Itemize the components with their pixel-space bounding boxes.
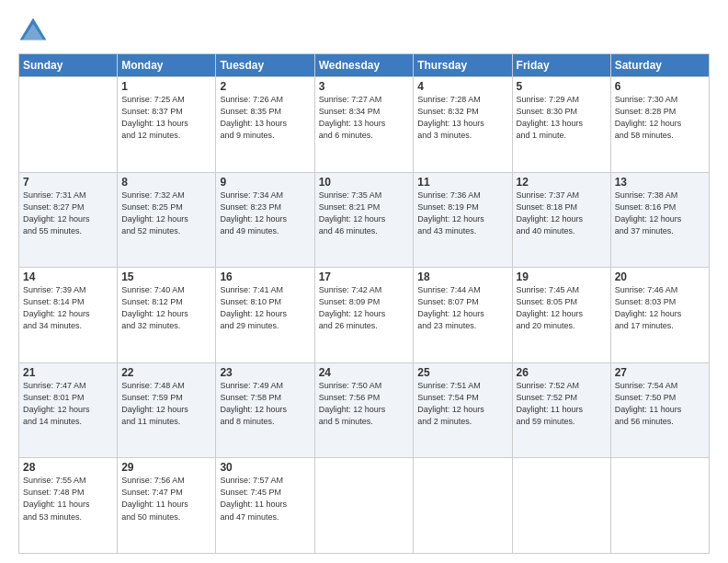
calendar-cell — [314, 458, 414, 554]
calendar-cell: 10Sunrise: 7:35 AM Sunset: 8:21 PM Dayli… — [314, 172, 414, 268]
day-number: 9 — [220, 176, 310, 189]
day-number: 14 — [23, 270, 113, 283]
calendar-cell: 17Sunrise: 7:42 AM Sunset: 8:09 PM Dayli… — [314, 268, 414, 363]
day-number: 22 — [121, 366, 211, 379]
calendar-cell: 16Sunrise: 7:41 AM Sunset: 8:10 PM Dayli… — [216, 268, 314, 363]
day-info: Sunrise: 7:55 AM Sunset: 7:48 PM Dayligh… — [23, 475, 113, 523]
calendar-cell: 15Sunrise: 7:40 AM Sunset: 8:12 PM Dayli… — [118, 268, 216, 363]
day-info: Sunrise: 7:30 AM Sunset: 8:28 PM Dayligh… — [615, 94, 705, 142]
day-info: Sunrise: 7:32 AM Sunset: 8:25 PM Dayligh… — [121, 190, 211, 237]
day-number: 23 — [220, 366, 310, 379]
calendar-week-row: 7Sunrise: 7:31 AM Sunset: 8:27 PM Daylig… — [19, 172, 710, 268]
day-header-saturday: Saturday — [610, 54, 709, 77]
calendar-cell: 8Sunrise: 7:32 AM Sunset: 8:25 PM Daylig… — [118, 172, 216, 268]
calendar-cell: 4Sunrise: 7:28 AM Sunset: 8:32 PM Daylig… — [414, 77, 512, 173]
day-info: Sunrise: 7:40 AM Sunset: 8:12 PM Dayligh… — [121, 284, 211, 332]
logo — [18, 17, 50, 46]
day-number: 13 — [615, 176, 705, 189]
calendar-header-row: SundayMondayTuesdayWednesdayThursdayFrid… — [19, 54, 710, 77]
day-number: 1 — [121, 80, 211, 93]
calendar-cell — [512, 458, 610, 554]
logo-icon — [18, 17, 48, 46]
day-info: Sunrise: 7:28 AM Sunset: 8:32 PM Dayligh… — [417, 94, 507, 142]
calendar-cell: 1Sunrise: 7:25 AM Sunset: 8:37 PM Daylig… — [118, 77, 216, 173]
day-info: Sunrise: 7:31 AM Sunset: 8:27 PM Dayligh… — [23, 190, 113, 237]
calendar-cell: 13Sunrise: 7:38 AM Sunset: 8:16 PM Dayli… — [610, 172, 709, 268]
calendar-cell: 30Sunrise: 7:57 AM Sunset: 7:45 PM Dayli… — [216, 458, 314, 554]
day-info: Sunrise: 7:48 AM Sunset: 7:59 PM Dayligh… — [121, 380, 211, 428]
day-number: 26 — [517, 366, 607, 379]
calendar-cell: 2Sunrise: 7:26 AM Sunset: 8:35 PM Daylig… — [216, 77, 314, 173]
calendar-cell: 29Sunrise: 7:56 AM Sunset: 7:47 PM Dayli… — [118, 458, 216, 554]
day-header-friday: Friday — [512, 54, 610, 77]
calendar-cell: 26Sunrise: 7:52 AM Sunset: 7:52 PM Dayli… — [512, 362, 610, 458]
day-number: 6 — [615, 80, 705, 93]
day-info: Sunrise: 7:34 AM Sunset: 8:23 PM Dayligh… — [220, 190, 310, 237]
day-number: 4 — [417, 80, 507, 93]
calendar-cell: 11Sunrise: 7:36 AM Sunset: 8:19 PM Dayli… — [414, 172, 512, 268]
day-number: 18 — [417, 270, 507, 283]
day-info: Sunrise: 7:37 AM Sunset: 8:18 PM Dayligh… — [517, 190, 607, 237]
day-info: Sunrise: 7:45 AM Sunset: 8:05 PM Dayligh… — [517, 284, 607, 332]
day-info: Sunrise: 7:50 AM Sunset: 7:56 PM Dayligh… — [319, 380, 410, 428]
calendar-cell: 27Sunrise: 7:54 AM Sunset: 7:50 PM Dayli… — [610, 362, 709, 458]
calendar-cell: 5Sunrise: 7:29 AM Sunset: 8:30 PM Daylig… — [512, 77, 610, 173]
day-number: 17 — [319, 270, 410, 283]
page: SundayMondayTuesdayWednesdayThursdayFrid… — [0, 0, 728, 563]
day-header-tuesday: Tuesday — [216, 54, 314, 77]
day-header-sunday: Sunday — [19, 54, 118, 77]
day-info: Sunrise: 7:27 AM Sunset: 8:34 PM Dayligh… — [319, 94, 410, 142]
calendar-cell: 19Sunrise: 7:45 AM Sunset: 8:05 PM Dayli… — [512, 268, 610, 363]
day-number: 30 — [220, 461, 310, 474]
day-number: 10 — [319, 176, 410, 189]
calendar-table: SundayMondayTuesdayWednesdayThursdayFrid… — [18, 53, 710, 554]
day-number: 11 — [417, 176, 507, 189]
day-info: Sunrise: 7:49 AM Sunset: 7:58 PM Dayligh… — [220, 380, 310, 428]
calendar-cell: 20Sunrise: 7:46 AM Sunset: 8:03 PM Dayli… — [610, 268, 709, 363]
day-info: Sunrise: 7:46 AM Sunset: 8:03 PM Dayligh… — [615, 284, 705, 332]
day-info: Sunrise: 7:38 AM Sunset: 8:16 PM Dayligh… — [615, 190, 705, 237]
calendar-cell: 7Sunrise: 7:31 AM Sunset: 8:27 PM Daylig… — [19, 172, 118, 268]
day-header-monday: Monday — [118, 54, 216, 77]
calendar-cell: 18Sunrise: 7:44 AM Sunset: 8:07 PM Dayli… — [414, 268, 512, 363]
day-number: 15 — [121, 270, 211, 283]
day-info: Sunrise: 7:52 AM Sunset: 7:52 PM Dayligh… — [517, 380, 607, 428]
day-header-wednesday: Wednesday — [314, 54, 414, 77]
day-info: Sunrise: 7:29 AM Sunset: 8:30 PM Dayligh… — [517, 94, 607, 142]
day-number: 24 — [319, 366, 410, 379]
calendar-cell: 24Sunrise: 7:50 AM Sunset: 7:56 PM Dayli… — [314, 362, 414, 458]
day-number: 7 — [23, 176, 113, 189]
calendar-cell — [414, 458, 512, 554]
calendar-cell: 6Sunrise: 7:30 AM Sunset: 8:28 PM Daylig… — [610, 77, 709, 173]
calendar-cell: 3Sunrise: 7:27 AM Sunset: 8:34 PM Daylig… — [314, 77, 414, 173]
calendar-cell: 28Sunrise: 7:55 AM Sunset: 7:48 PM Dayli… — [19, 458, 118, 554]
calendar-cell: 12Sunrise: 7:37 AM Sunset: 8:18 PM Dayli… — [512, 172, 610, 268]
day-number: 5 — [517, 80, 607, 93]
day-info: Sunrise: 7:39 AM Sunset: 8:14 PM Dayligh… — [23, 284, 113, 332]
calendar-week-row: 21Sunrise: 7:47 AM Sunset: 8:01 PM Dayli… — [19, 362, 710, 458]
day-info: Sunrise: 7:44 AM Sunset: 8:07 PM Dayligh… — [417, 284, 507, 332]
day-info: Sunrise: 7:35 AM Sunset: 8:21 PM Dayligh… — [319, 190, 410, 237]
day-number: 29 — [121, 461, 211, 474]
day-number: 8 — [121, 176, 211, 189]
calendar-cell: 25Sunrise: 7:51 AM Sunset: 7:54 PM Dayli… — [414, 362, 512, 458]
day-number: 27 — [615, 366, 705, 379]
day-number: 16 — [220, 270, 310, 283]
calendar-cell: 14Sunrise: 7:39 AM Sunset: 8:14 PM Dayli… — [19, 268, 118, 363]
calendar-cell — [610, 458, 709, 554]
day-header-thursday: Thursday — [414, 54, 512, 77]
day-number: 21 — [23, 366, 113, 379]
calendar-week-row: 28Sunrise: 7:55 AM Sunset: 7:48 PM Dayli… — [19, 458, 710, 554]
day-number: 12 — [517, 176, 607, 189]
calendar-cell: 22Sunrise: 7:48 AM Sunset: 7:59 PM Dayli… — [118, 362, 216, 458]
day-info: Sunrise: 7:41 AM Sunset: 8:10 PM Dayligh… — [220, 284, 310, 332]
day-number: 3 — [319, 80, 410, 93]
day-number: 25 — [417, 366, 507, 379]
day-info: Sunrise: 7:36 AM Sunset: 8:19 PM Dayligh… — [417, 190, 507, 237]
day-number: 20 — [615, 270, 705, 283]
day-number: 2 — [220, 80, 310, 93]
day-info: Sunrise: 7:42 AM Sunset: 8:09 PM Dayligh… — [319, 284, 410, 332]
day-info: Sunrise: 7:57 AM Sunset: 7:45 PM Dayligh… — [220, 475, 310, 523]
day-info: Sunrise: 7:51 AM Sunset: 7:54 PM Dayligh… — [417, 380, 507, 428]
day-info: Sunrise: 7:47 AM Sunset: 8:01 PM Dayligh… — [23, 380, 113, 428]
